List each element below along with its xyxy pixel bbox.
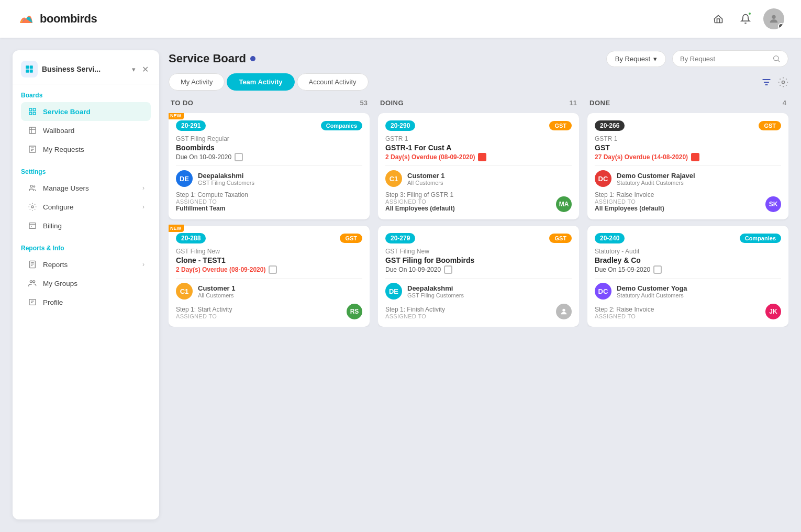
card-step-info: Step 1: Finish Activity ASSIGNED TO	[385, 306, 556, 319]
card-step-row: Step 1: Finish Activity ASSIGNED TO	[385, 304, 572, 319]
tab-account-activity[interactable]: Account Activity	[297, 73, 369, 91]
step-avatar: MA	[556, 196, 572, 212]
card-291[interactable]: NEW 20-291 Companies GST Filing Regular …	[169, 113, 370, 219]
user-avatar-button[interactable]	[763, 8, 784, 29]
sidebar-item-reports[interactable]: Reports ›	[21, 255, 151, 274]
card-due: Due On 15-09-2020	[595, 265, 781, 274]
svg-rect-10	[29, 127, 36, 134]
assignee-name: Customer 1	[407, 172, 445, 180]
column-doing-header: DOING 11	[378, 99, 579, 107]
workspace-chevron-icon[interactable]: ▾	[132, 65, 136, 73]
tab-team-activity[interactable]: Team Activity	[227, 73, 294, 91]
content-area: Service Board By Request ▾ My Activity T…	[169, 50, 788, 519]
svg-point-19	[31, 206, 34, 208]
column-done-count: 4	[783, 99, 786, 107]
search-input[interactable]	[680, 55, 768, 63]
board-title-indicator	[250, 56, 255, 61]
column-todo-header: TO DO 53	[169, 99, 370, 107]
svg-rect-6	[29, 108, 32, 111]
due-icon-red	[478, 153, 486, 161]
card-tag-badge: GST	[549, 234, 572, 243]
sidebar-item-wallboard[interactable]: Wallboard	[21, 121, 151, 140]
card-title: Boombirds	[176, 143, 362, 152]
card-assignee-row: DE Deepalakshmi GST Filing Customers	[385, 283, 572, 300]
my-groups-icon	[27, 278, 38, 289]
assignee-info: Customer 1 All Customers	[407, 172, 445, 186]
configure-chevron-icon: ›	[142, 203, 144, 210]
svg-point-32	[774, 56, 778, 61]
due-icon	[269, 265, 277, 274]
card-new-badge: NEW	[169, 225, 184, 232]
sidebar-item-service-board[interactable]: Service Board	[21, 102, 151, 121]
tab-my-activity[interactable]: My Activity	[169, 73, 225, 91]
card-title: Bradley & Co	[595, 256, 781, 264]
card-due: Due On 10-09-2020	[385, 265, 572, 274]
home-button[interactable]	[709, 9, 728, 28]
assignee-avatar: C1	[385, 170, 402, 187]
column-done-header: DONE 4	[587, 99, 788, 107]
card-240[interactable]: 20-240 Companies Statutory - Audit Bradl…	[587, 226, 788, 327]
due-icon	[444, 265, 452, 274]
wallboard-label: Wallboard	[43, 127, 74, 135]
sidebar-item-profile[interactable]: Profile	[21, 293, 151, 312]
board-settings-icon[interactable]	[778, 77, 788, 87]
card-title: GST	[595, 143, 781, 152]
service-board-icon	[27, 106, 38, 117]
svg-rect-8	[29, 112, 32, 115]
assignee-name: Demo Customer Yoga	[617, 284, 687, 292]
sidebar-item-configure[interactable]: Configure ›	[21, 197, 151, 216]
svg-rect-9	[33, 112, 36, 115]
card-divider	[176, 165, 362, 166]
card-288[interactable]: NEW 20-288 GST GST Filing New Clone - TE…	[169, 226, 370, 327]
assignee-info: Demo Customer Yoga Statutory Audit Custo…	[617, 284, 687, 298]
sidebar-section-reports: Reports & Info Reports › My Groups Profi…	[13, 237, 159, 314]
card-290[interactable]: 20-290 GST GSTR 1 GSTR-1 For Cust A 2 Da…	[378, 113, 579, 219]
step-label: Step 3: Filing of GSTR 1	[385, 191, 556, 198]
sidebar-item-my-groups[interactable]: My Groups	[21, 274, 151, 293]
step-label: Step 2: Raise Invoice	[595, 306, 765, 313]
assignee-info: Customer 1 All Customers	[198, 284, 236, 298]
avatar-edit-dot	[778, 23, 784, 29]
svg-rect-20	[29, 223, 36, 229]
card-id-badge: 20-240	[595, 233, 625, 243]
card-279[interactable]: 20-279 GST GST Filing New GST Filing for…	[378, 226, 579, 327]
reports-icon	[27, 259, 38, 270]
assignee-name: Deepalakshmi	[407, 284, 464, 292]
wallboard-icon	[27, 125, 38, 136]
navbar: boombirds	[0, 0, 801, 38]
due-text: Due On 10-09-2020	[385, 266, 441, 273]
column-todo-cards: NEW 20-291 Companies GST Filing Regular …	[169, 113, 370, 327]
card-divider	[595, 165, 781, 166]
sidebar-item-manage-users[interactable]: Manage Users ›	[21, 179, 151, 197]
profile-icon	[27, 297, 38, 307]
card-266[interactable]: 20-266 GST GSTR 1 GST 27 Day(s) Overdue …	[587, 113, 788, 219]
step-team: All Employees (default)	[385, 205, 556, 212]
card-new-badge: NEW	[169, 113, 184, 119]
profile-label: Profile	[43, 298, 63, 306]
step-avatar: SK	[765, 196, 781, 212]
sidebar-item-my-requests[interactable]: My Requests	[21, 140, 151, 159]
due-icon-red	[691, 153, 699, 161]
step-avatar: RS	[347, 304, 362, 319]
svg-point-1	[772, 15, 775, 19]
assignee-group: All Customers	[407, 180, 445, 186]
svg-rect-5	[30, 70, 33, 73]
column-done: DONE 4 20-266 GST GSTR 1 GST 27 Day(s) O…	[587, 99, 788, 519]
sidebar-close-button[interactable]: ✕	[140, 63, 151, 75]
column-done-title: DONE	[589, 99, 610, 107]
by-request-dropdown[interactable]: By Request ▾	[606, 51, 666, 67]
notification-button[interactable]	[736, 9, 755, 28]
billing-icon	[27, 220, 38, 231]
card-title: GSTR-1 For Cust A	[385, 143, 572, 152]
filter-icon[interactable]	[761, 77, 772, 87]
my-requests-label: My Requests	[43, 146, 84, 153]
card-assignee-row: DC Demo Customer Rajavel Statutory Audit…	[595, 170, 781, 187]
svg-line-33	[778, 60, 780, 62]
step-label: Step 1: Raise Invoice	[595, 191, 765, 198]
card-title: Clone - TEST1	[176, 256, 362, 264]
search-box	[672, 50, 788, 67]
workspace-icon	[21, 61, 38, 77]
sidebar-item-billing[interactable]: Billing	[21, 216, 151, 235]
card-due: 2 Day(s) Overdue (08-09-2020)	[176, 265, 362, 274]
card-tag-badge: Companies	[321, 121, 362, 130]
